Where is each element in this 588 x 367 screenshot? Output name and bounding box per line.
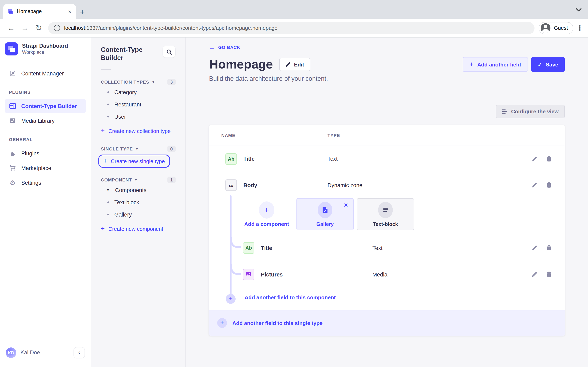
add-component-button[interactable]: + Add a component: [240, 198, 293, 230]
edit-field-button[interactable]: [532, 182, 537, 188]
table-row: ∞ Body Dynamic zone: [209, 172, 565, 198]
save-button[interactable]: ✓Save: [531, 57, 565, 72]
sidebar-item-media-library[interactable]: Media Library: [5, 113, 86, 128]
table-row: Ab Title Text: [209, 235, 565, 261]
field-type: Text: [372, 245, 523, 251]
collection-types-count: 3: [167, 79, 176, 85]
site-info-icon[interactable]: i: [54, 25, 60, 31]
delete-field-button[interactable]: [546, 156, 552, 162]
search-button[interactable]: [163, 46, 176, 58]
user-avatar: KD: [6, 347, 16, 358]
strapi-logo-icon: [5, 42, 18, 55]
delete-field-button[interactable]: [546, 182, 552, 188]
add-field-plus-icon[interactable]: +: [226, 294, 236, 304]
component-gallery[interactable]: Gallery: [101, 208, 176, 221]
browser-menu-icon[interactable]: •••: [576, 25, 584, 31]
search-icon: [166, 49, 172, 54]
add-field-to-single-type[interactable]: + Add another field to this single type: [209, 310, 565, 336]
go-back-link[interactable]: ← GO BACK: [209, 44, 565, 50]
divider: [101, 69, 111, 70]
table-row: Pictures Media: [209, 261, 565, 287]
section-label: SINGLE TYPE: [101, 146, 133, 151]
dynamic-zone-badge: ∞: [225, 179, 237, 191]
section-label: COMPONENT: [101, 177, 132, 182]
create-component-link[interactable]: +Create new component: [101, 223, 176, 234]
collection-type-user[interactable]: User: [101, 110, 176, 123]
edit-field-button[interactable]: [532, 272, 537, 277]
field-type: Text: [328, 156, 523, 162]
profile-label: Guest: [554, 25, 568, 31]
edit-field-button[interactable]: [532, 245, 537, 251]
sidebar-item-content-manager[interactable]: Content Manager: [5, 66, 86, 81]
plus-icon: +: [217, 318, 227, 328]
component-header[interactable]: COMPONENT ▼ 1: [101, 176, 176, 183]
remove-component-icon[interactable]: ✕: [344, 202, 348, 208]
layout-icon: [9, 102, 16, 110]
edit-field-button[interactable]: [532, 156, 537, 162]
sidebar-item-settings[interactable]: ⚙ Settings: [5, 175, 86, 190]
field-name: Pictures: [261, 271, 372, 277]
component-text-block[interactable]: Text-block: [101, 196, 176, 208]
collection-type-category[interactable]: Category: [101, 86, 176, 98]
sidebar-item-marketplace[interactable]: Marketplace: [5, 161, 86, 175]
configure-view-button[interactable]: Configure the view: [495, 105, 565, 118]
strapi-favicon-icon: [7, 8, 13, 15]
delete-field-button[interactable]: [546, 272, 552, 277]
browser-tab[interactable]: Homepage ×: [3, 4, 76, 19]
column-type: TYPE: [328, 133, 340, 138]
create-collection-type-link[interactable]: +Create new collection type: [101, 125, 176, 137]
sidebar-item-plugins[interactable]: Plugins: [5, 146, 86, 161]
bullet-icon: [107, 201, 109, 203]
main-content: ← GO BACK Homepage Edit +Add another fie…: [186, 38, 588, 367]
tree-line: [230, 195, 232, 299]
builder-panel: Content-Type Builder COLLECTION TYPES ▼ …: [91, 38, 186, 367]
collapse-sidebar-button[interactable]: ‹: [73, 347, 85, 358]
sidebar-item-label: Settings: [21, 180, 41, 186]
user-name: Kai Doe: [20, 350, 73, 356]
new-tab-button[interactable]: +: [80, 8, 85, 16]
browser-tab-strip: Homepage × +: [0, 0, 588, 19]
create-single-type-link[interactable]: +Create new single type: [98, 155, 170, 167]
component-card-text-block[interactable]: Text-block: [357, 198, 414, 230]
address-bar[interactable]: i localhost:1337/admin/plugins/content-t…: [48, 22, 535, 34]
trash-icon: [546, 272, 552, 277]
workspace-switcher[interactable]: Strapi Dashboard Workplace: [0, 38, 91, 60]
tab-close-icon[interactable]: ×: [67, 8, 73, 15]
edit-button[interactable]: Edit: [279, 58, 310, 71]
collection-type-restaurant[interactable]: Restaurant: [101, 98, 176, 110]
add-another-field-button[interactable]: +Add another field: [463, 57, 528, 72]
field-type: Media: [372, 271, 523, 277]
field-type: Dynamic zone: [328, 182, 523, 188]
caret-down-icon: ▼: [106, 188, 110, 192]
delete-field-button[interactable]: [546, 245, 552, 251]
plus-icon: +: [103, 158, 107, 164]
profile-button[interactable]: Guest: [539, 22, 573, 34]
single-type-count: 0: [167, 146, 176, 152]
single-type-header[interactable]: SINGLE TYPE ▼ 0: [101, 146, 176, 152]
add-field-to-component-link[interactable]: Add another field to this component: [209, 287, 565, 307]
text-field-badge: Ab: [243, 242, 254, 254]
text-block-component-icon: [378, 202, 393, 218]
bullet-icon: [107, 104, 109, 105]
tab-search-chevron-icon[interactable]: [576, 6, 581, 13]
component-card-gallery[interactable]: ✕ Gallery: [296, 198, 354, 230]
component-group-components[interactable]: ▼Components: [101, 184, 176, 196]
sidebar-user: KD Kai Doe ‹: [0, 338, 91, 367]
back-button[interactable]: ←: [4, 24, 18, 32]
plus-icon: +: [101, 128, 105, 134]
sidebar-item-label: Content-Type Builder: [21, 103, 77, 109]
pencil-icon: [532, 245, 537, 251]
collection-types-header[interactable]: COLLECTION TYPES ▼ 3: [101, 79, 176, 85]
pencil-icon: [285, 62, 291, 67]
puzzle-icon: [9, 150, 16, 157]
component-picker: + Add a component ✕ Gallery: [240, 198, 565, 230]
screen: Homepage × + ← → ↻ i localhost:1337/admi…: [0, 0, 588, 367]
table-header: NAME TYPE: [209, 125, 565, 146]
section-label: COLLECTION TYPES: [101, 80, 149, 84]
sidebar-item-content-type-builder[interactable]: Content-Type Builder: [5, 99, 86, 113]
profile-avatar-icon: [541, 23, 551, 33]
reload-button[interactable]: ↻: [32, 24, 46, 32]
fields-table: NAME TYPE Ab Title Text ∞ Body: [209, 125, 565, 336]
media-field-badge: [243, 269, 254, 280]
forward-button[interactable]: →: [18, 24, 32, 32]
